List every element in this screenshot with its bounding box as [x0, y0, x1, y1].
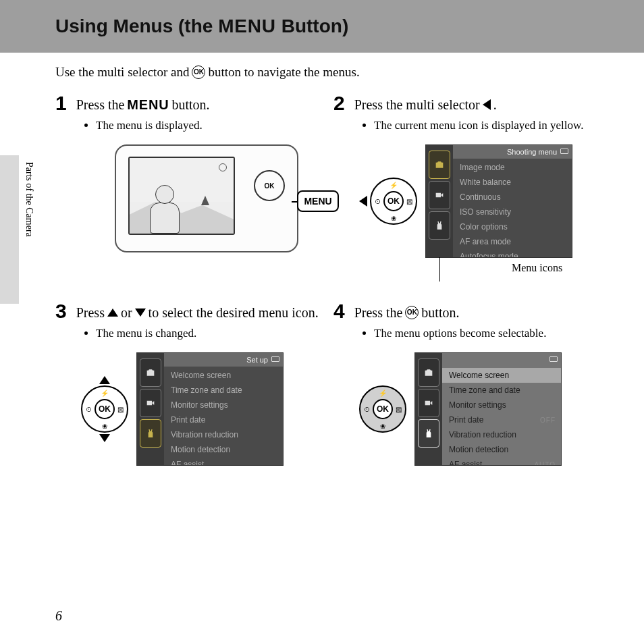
menu-row: AF assistAUTO — [442, 457, 561, 465]
menu-header: Set up — [164, 353, 283, 367]
menu-list: Image mode White balance Continuous ISO … — [453, 145, 572, 257]
intro-text-b: button to navigate the menus. — [208, 65, 359, 80]
section-tab-label: Parts of the Camera — [24, 162, 34, 237]
menu-row: Vibration reduction — [442, 427, 561, 442]
dial-arrow-up-icon — [99, 376, 110, 384]
menu-button-callout: MENU — [297, 190, 339, 212]
flash-icon: ⚡ — [379, 390, 387, 397]
setup-menu-active-screen: Welcome screen Time zone and date Monito… — [414, 352, 562, 466]
camera-tab-icon — [418, 358, 439, 387]
camera-tab-icon — [429, 151, 450, 179]
boat-icon — [201, 196, 209, 205]
step-4-bullets: The menu options become selectable. — [333, 327, 603, 340]
intro-text-a: Use the multi selector and — [55, 65, 189, 80]
ok-icon: OK — [405, 306, 419, 319]
menu-row: AF assist — [164, 457, 283, 465]
macro-icon: ❀ — [391, 215, 396, 222]
camera-tab-icon — [140, 358, 161, 387]
menu-icon-column — [137, 353, 164, 465]
step-1-number: 1 — [55, 93, 67, 113]
menu-row: Autofocus mode — [453, 249, 572, 257]
lcd-screen — [128, 157, 235, 235]
menu-header: Shooting menu — [453, 145, 572, 159]
menu-word-header: MENU — [218, 16, 276, 36]
setup-tab-icon — [429, 211, 450, 240]
page-header: Using Menus (the MENU Button) — [0, 0, 644, 53]
ok-dial-mini: OK — [254, 170, 285, 201]
timer-icon: ⏲ — [364, 406, 371, 413]
camera-back-diagram: OK MENU — [115, 144, 298, 252]
step-3-bullet: The menu is changed. — [96, 327, 325, 340]
ev-icon: ▨ — [396, 406, 402, 413]
timer-icon: ⏲ — [86, 406, 92, 413]
setup-tab-icon — [418, 419, 439, 448]
pointer-line-icon — [439, 257, 440, 281]
menu-icons-caption: Menu icons — [512, 262, 603, 274]
ev-icon: ▨ — [117, 406, 124, 413]
step-2-number: 2 — [333, 93, 345, 113]
menu-row: Time zone and date — [442, 383, 561, 398]
step-3-bullets: The menu is changed. — [55, 327, 325, 340]
menu-row: Welcome screen — [442, 368, 561, 383]
step-1-title: Press the MENU button. — [76, 93, 210, 113]
person-body-icon — [150, 203, 180, 234]
step-2-bullet: The current menu icon is displayed in ye… — [374, 119, 603, 132]
menu-row: Motion detection — [164, 442, 283, 457]
menu-row: Image mode — [453, 160, 572, 175]
triangle-up-icon — [107, 308, 118, 317]
menu-row: Vibration reduction — [164, 427, 283, 442]
step-1-illustration: OK MENU — [55, 144, 325, 252]
menu-row: Continuous — [453, 190, 572, 205]
step-4-bullet: The menu options become selectable. — [374, 327, 603, 340]
ok-icon: OK — [192, 65, 205, 79]
dial-arrow-left-icon — [359, 196, 367, 207]
page-number: 6 — [55, 608, 62, 624]
ok-center: OK — [373, 399, 393, 419]
page-title: Using Menus (the MENU Button) — [55, 16, 348, 37]
dial-arrow-down-icon — [99, 434, 110, 442]
menu-icon-column — [415, 353, 442, 465]
menu-header-label: Set up — [246, 356, 268, 364]
menu-header-label: Shooting menu — [507, 148, 557, 156]
step-3-number: 3 — [55, 301, 67, 321]
section-tab — [0, 155, 19, 304]
macro-icon: ❀ — [102, 423, 107, 430]
menu-row: White balance — [453, 175, 572, 190]
ok-dial: ⚡ ❀ ⏲ ▨ OK — [370, 178, 417, 225]
ok-dial: ⚡ ❀ ⏲ ▨ OK — [359, 385, 406, 433]
title-prefix: Using Menus (the — [55, 16, 218, 36]
title-suffix: Button) — [276, 16, 348, 36]
step-2-bullets: The current menu icon is displayed in ye… — [333, 119, 603, 132]
menu-row: Color options — [453, 219, 572, 234]
person-head-icon — [155, 185, 174, 204]
intro-paragraph: Use the multi selector and OK button to … — [0, 53, 644, 93]
step-2: 2 Press the multi selector . The current… — [333, 93, 603, 274]
setup-tab-icon — [140, 419, 161, 448]
battery-icon — [560, 149, 568, 154]
steps-grid: 1 Press the MENU button. The menu is dis… — [0, 93, 644, 466]
ok-center: OK — [95, 399, 115, 419]
menu-row: AF area mode — [453, 234, 572, 249]
step-3-illustration: ⚡ ❀ ⏲ ▨ OK — [55, 352, 325, 466]
ev-icon: ▨ — [406, 198, 412, 205]
flash-icon: ⚡ — [101, 390, 109, 397]
macro-icon: ❀ — [380, 423, 385, 430]
menu-row: ISO sensitivity — [453, 205, 572, 219]
step-2-title: Press the multi selector . — [354, 93, 497, 113]
step-4-title: Press the OK button. — [354, 301, 460, 321]
menu-row: Print date — [164, 412, 283, 427]
triangle-down-icon — [135, 308, 146, 317]
timer-icon: ⏲ — [375, 198, 381, 205]
triangle-left-icon — [483, 99, 491, 110]
step-1-bullets: The menu is displayed. — [55, 119, 325, 132]
step-4-illustration: ⚡ ❀ ⏲ ▨ OK — [333, 352, 603, 466]
step-3-title: Press or to select the desired menu icon… — [76, 301, 319, 321]
movie-tab-icon — [140, 389, 161, 417]
menu-row: Motion detection — [442, 442, 561, 457]
step-3: 3 Press or to select the desired menu ic… — [55, 301, 325, 466]
battery-icon — [549, 356, 558, 362]
step-2-illustration: ⚡ ❀ ⏲ ▨ OK — [333, 144, 603, 258]
movie-tab-icon — [418, 389, 439, 417]
step-4-number: 4 — [333, 301, 345, 321]
ok-center: OK — [383, 191, 404, 211]
